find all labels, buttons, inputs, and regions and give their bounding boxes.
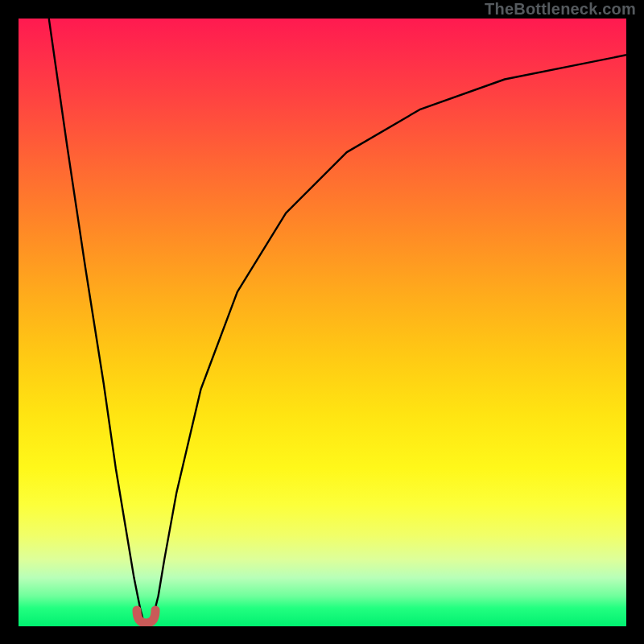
chart-frame: TheBottleneck.com — [0, 0, 644, 644]
chart-plot-area — [19, 19, 626, 626]
chart-svg — [19, 19, 626, 626]
bottleneck-curve — [49, 19, 626, 626]
optimum-marker — [137, 610, 155, 623]
watermark-text: TheBottleneck.com — [485, 0, 636, 19]
